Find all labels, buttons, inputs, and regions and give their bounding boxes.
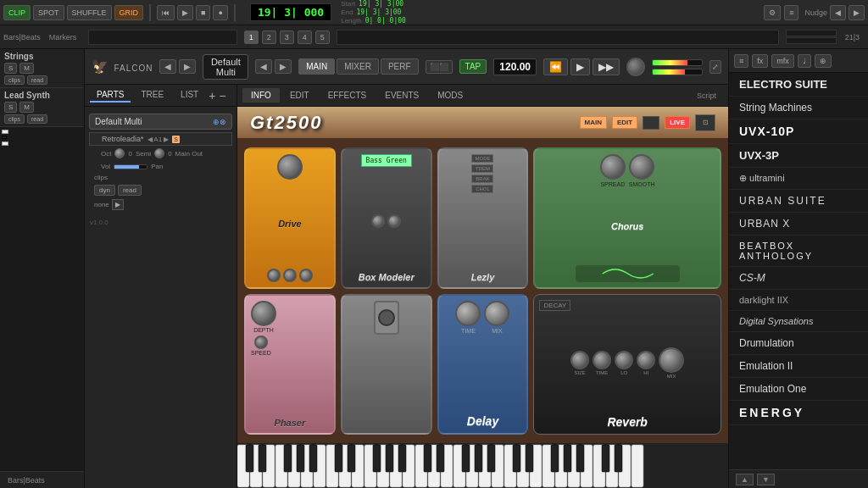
mode-btn3[interactable]: BRAK bbox=[471, 175, 493, 183]
drive-knob2[interactable] bbox=[267, 269, 281, 282]
edit-indicator[interactable]: EDIT bbox=[612, 116, 637, 129]
dyn-btn[interactable]: dyn bbox=[94, 185, 115, 196]
nav-back-btn[interactable]: ◀ bbox=[159, 59, 176, 74]
play-btn[interactable]: ▶ bbox=[177, 5, 193, 20]
reverb-hi-knob[interactable] bbox=[637, 351, 655, 369]
library-item-drumulation[interactable]: Drumulation bbox=[729, 332, 868, 355]
tab-info[interactable]: INFO bbox=[242, 88, 280, 103]
more-sidebar-btn[interactable]: ⊕ bbox=[815, 54, 832, 68]
play-falcon-btn[interactable]: ▶ bbox=[570, 58, 590, 75]
library-item-electro-suite[interactable]: ELECTRO SUITE bbox=[729, 73, 868, 97]
strings-read-btn[interactable]: read bbox=[27, 75, 47, 85]
library-item-urban-suite[interactable]: URBAN SUITE bbox=[729, 190, 868, 213]
stop-falcon-btn[interactable]: ▶▶ bbox=[593, 58, 620, 75]
stop-btn[interactable]: ■ bbox=[196, 5, 210, 20]
library-item-uvx3p[interactable]: UVX-3P bbox=[729, 144, 868, 168]
tab-mods[interactable]: MODS bbox=[429, 88, 471, 103]
master-knob[interactable] bbox=[626, 58, 645, 76]
mode-btn2[interactable]: TREM bbox=[471, 164, 493, 173]
record-btn[interactable]: ● bbox=[213, 5, 227, 20]
tab-3[interactable]: 3 bbox=[280, 30, 294, 44]
tab-1[interactable]: 1 bbox=[244, 30, 259, 44]
fx-sidebar-btn[interactable]: fx bbox=[752, 54, 768, 68]
scroll-up-btn[interactable]: ▲ bbox=[736, 474, 754, 485]
library-item-uvx10p[interactable]: UVX-10P bbox=[729, 119, 868, 144]
clip-btn[interactable]: CLIP bbox=[3, 5, 31, 20]
scroll-down-btn[interactable]: ▼ bbox=[757, 474, 775, 485]
preset-next-btn[interactable]: ▶ bbox=[275, 59, 292, 74]
instrument-row[interactable]: Retroleadia* ◀ A1 ▶ S bbox=[89, 132, 232, 146]
tab-perf[interactable]: PERF bbox=[381, 58, 419, 75]
oct-knob[interactable] bbox=[114, 148, 125, 158]
library-item-energy[interactable]: ENERGY bbox=[729, 401, 868, 425]
reverb-time-knob[interactable] bbox=[593, 351, 611, 369]
phaser-speed-knob[interactable] bbox=[254, 336, 268, 349]
nav-forward-btn[interactable]: ▶ bbox=[179, 59, 196, 74]
mode-btn4[interactable]: CHOL bbox=[471, 185, 493, 193]
tab-edit[interactable]: EDIT bbox=[281, 88, 318, 103]
nudge-down-btn[interactable]: ◀ bbox=[830, 5, 846, 20]
stomp-button[interactable] bbox=[378, 309, 395, 326]
vol-slider[interactable] bbox=[114, 164, 147, 169]
strings-m-btn[interactable]: M bbox=[19, 63, 34, 74]
preset-prev-btn[interactable]: ◀ bbox=[255, 59, 272, 74]
library-item-ultramini[interactable]: ⊕ ultramini bbox=[729, 168, 868, 190]
box-knob2[interactable] bbox=[387, 214, 401, 228]
shuffle-btn[interactable]: SHUFFLE bbox=[67, 5, 112, 20]
default-multi-row[interactable]: Default Multi ⊕⊗ bbox=[89, 114, 232, 130]
library-item-emulation2[interactable]: Emulation II bbox=[729, 355, 868, 378]
tab-2[interactable]: 2 bbox=[262, 30, 276, 44]
library-item-darklight[interactable]: darklight IIX bbox=[729, 290, 868, 311]
loop-btn[interactable]: ⏮ bbox=[157, 5, 175, 20]
box-knob1[interactable] bbox=[371, 214, 385, 228]
mode-btn1[interactable]: MODE bbox=[471, 154, 493, 163]
note-sidebar-btn[interactable]: ♩ bbox=[798, 54, 811, 68]
semi-knob[interactable] bbox=[154, 148, 164, 158]
record-mode-btn[interactable]: ⬛⬛ bbox=[426, 60, 453, 74]
grid-btn[interactable]: GRID bbox=[114, 5, 144, 20]
piano-svg[interactable] bbox=[237, 443, 728, 488]
library-item-beatbox[interactable]: BEATBOX ANTHOLOGY bbox=[729, 236, 868, 267]
rewind-btn[interactable]: ⏪ bbox=[543, 58, 568, 75]
drive-knob4[interactable] bbox=[299, 269, 313, 282]
browse-btn[interactable]: ≡ bbox=[734, 54, 748, 68]
library-item-digital[interactable]: Digital Synsations bbox=[729, 311, 868, 332]
lead-clips-btn[interactable]: clips bbox=[4, 114, 25, 124]
nudge-up-btn[interactable]: ▶ bbox=[849, 5, 865, 20]
library-item-emulation1[interactable]: Emulation One bbox=[729, 378, 868, 401]
expand-btn[interactable]: ⤢ bbox=[709, 60, 721, 74]
delay-mix-knob[interactable] bbox=[484, 301, 509, 326]
chorus-smooth-knob[interactable] bbox=[629, 154, 654, 180]
library-item-string-machines[interactable]: String Machines bbox=[729, 97, 868, 119]
add-part-btn[interactable]: + bbox=[209, 89, 215, 103]
lead-read-btn[interactable]: read bbox=[27, 114, 47, 124]
tab-main[interactable]: MAIN bbox=[298, 58, 335, 75]
reverb-size-knob[interactable] bbox=[570, 351, 589, 369]
tap-btn[interactable]: TAP bbox=[459, 59, 487, 74]
tab-events[interactable]: EVENTS bbox=[376, 88, 427, 103]
library-item-urban-x[interactable]: URBAN X bbox=[729, 213, 868, 236]
tab-parts[interactable]: PARTS bbox=[90, 88, 131, 103]
reverb-mix-knob[interactable] bbox=[659, 347, 684, 373]
strings-s-btn[interactable]: S bbox=[4, 63, 17, 74]
lead-s-btn[interactable]: S bbox=[4, 102, 17, 113]
tab-4[interactable]: 4 bbox=[298, 30, 312, 44]
drive-knob3[interactable] bbox=[283, 269, 297, 282]
library-item-csm[interactable]: CS-M bbox=[729, 267, 868, 290]
mixer-btn[interactable]: ≡ bbox=[784, 5, 798, 20]
tab-mixer[interactable]: MIXER bbox=[337, 58, 379, 75]
fx-box[interactable]: ⊡ bbox=[695, 114, 715, 131]
reverb-lo-knob[interactable] bbox=[615, 351, 633, 369]
settings-btn[interactable]: ⚙ bbox=[764, 5, 781, 20]
delay-time-knob[interactable] bbox=[455, 301, 481, 326]
tab-tree[interactable]: TREE bbox=[134, 88, 170, 103]
tab-effects[interactable]: EFFECTS bbox=[320, 88, 376, 103]
strings-clips-btn[interactable]: clips bbox=[4, 75, 25, 85]
drive-knob[interactable] bbox=[277, 154, 303, 180]
phaser-depth-knob[interactable] bbox=[251, 301, 276, 326]
tab-list[interactable]: LIST bbox=[174, 88, 205, 103]
chorus-spread-knob[interactable] bbox=[600, 154, 626, 180]
none-expand-btn[interactable]: ▶ bbox=[112, 199, 124, 210]
lead-m-btn[interactable]: M bbox=[19, 102, 34, 113]
spot-btn[interactable]: SPOT bbox=[33, 5, 64, 20]
